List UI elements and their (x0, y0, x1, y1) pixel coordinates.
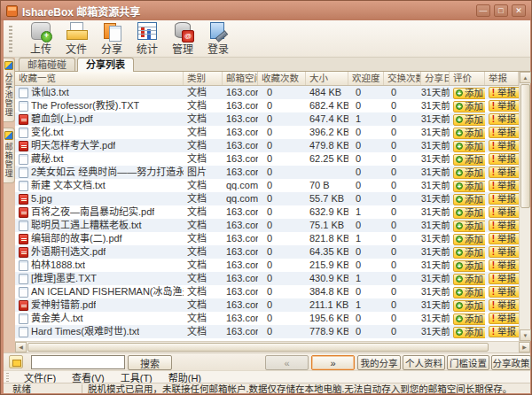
table-row[interactable]: 外语期刊选文.pdf文档163.com064.35 KB0031天前+添加!举报 (15, 245, 519, 259)
report-button[interactable]: !举报 (489, 127, 519, 138)
report-button[interactable]: !举报 (489, 153, 519, 165)
table-row[interactable]: 聪明员工遇上糟糕老板.txt文档163.com075.1 KB0031天前+添加… (15, 219, 519, 232)
next-page-button[interactable]: » (311, 355, 355, 370)
report-button[interactable]: !举报 (489, 180, 519, 191)
file-name-cell[interactable]: AN ICELAND FISHERMAN(冰岛渔夫).txt (15, 285, 184, 298)
table-row[interactable]: 藏秘.txt文档163.com062.25 KB0031天前+添加!举报 (15, 152, 519, 166)
table-row[interactable]: The Professor(教授).TXT文档163.com0682.4 KB0… (15, 99, 519, 112)
col-header-report[interactable]: 举报 (485, 72, 519, 85)
table-row[interactable]: 柏林1888.txt文档163.com0215.9 KB0031天前+添加!举报 (15, 259, 519, 272)
table-row[interactable]: 爱神射错箭.pdf文档163.com0211.1 KB1031天前+添加!举报 (15, 298, 519, 312)
col-header-name[interactable]: 收藏一览 (15, 72, 184, 85)
add-rating-button[interactable]: +添加 (453, 221, 485, 232)
col-header-category[interactable]: 类别 (184, 72, 223, 85)
file-name-cell[interactable]: 明天怎样考大学.pdf (15, 139, 184, 152)
search-input[interactable] (31, 355, 125, 369)
add-rating-button[interactable]: +添加 (453, 247, 485, 259)
file-name-cell[interactable]: Hard Times(艰难时世).txt (15, 325, 184, 338)
report-button[interactable]: !举报 (489, 286, 519, 298)
menu-grip[interactable] (6, 373, 9, 382)
table-row[interactable]: [推理]墨吏.TXT文档163.com0430.9 KB1031天前+添加!举报 (15, 272, 519, 285)
table-row[interactable]: 5.jpg文档qq.com055.7 KB0031天前+添加!举报 (15, 192, 519, 205)
stats-button[interactable]: 统计 (129, 21, 165, 57)
report-button[interactable]: !举报 (489, 113, 519, 125)
close-button[interactable]: ✕ (512, 4, 526, 17)
prev-page-button[interactable]: « (265, 355, 309, 370)
title-bar[interactable]: IshareBox 邮箱资源共享 — □ ✕ (1, 1, 532, 20)
add-rating-button[interactable]: +添加 (453, 194, 485, 205)
add-rating-button[interactable]: +添加 (453, 114, 485, 126)
add-rating-button[interactable]: +添加 (453, 128, 485, 139)
table-row[interactable]: 新建 文本文档.txt文档qq.com070 B0031天前+添加!举报 (15, 179, 519, 192)
table-row[interactable]: 编辑部的故事(二).pdf文档163.com0821.8 KB1031天前+添加… (15, 232, 519, 245)
table-row[interactable]: 黄金美人.txt文档163.com0195.6 KB0031天前+添加!举报 (15, 312, 519, 325)
horizontal-scroll-thumb[interactable] (27, 343, 489, 352)
add-rating-button[interactable]: +添加 (453, 167, 485, 179)
report-button[interactable]: !举报 (489, 87, 519, 98)
tab-mailbox-match[interactable]: 邮箱碰碰 (19, 58, 75, 71)
add-rating-button[interactable]: +添加 (453, 300, 485, 312)
col-header-rating[interactable]: 评价 (450, 72, 485, 85)
add-rating-button[interactable]: +添加 (453, 274, 485, 285)
col-header-share-day[interactable]: 分享日 (421, 72, 450, 85)
report-button[interactable]: !举报 (489, 313, 519, 324)
report-button[interactable]: !举报 (489, 220, 519, 231)
add-rating-button[interactable]: +添加 (453, 327, 485, 338)
col-header-size[interactable]: 大小 (306, 72, 348, 85)
scroll-right-icon[interactable]: ▶ (519, 342, 530, 352)
table-row[interactable]: AN ICELAND FISHERMAN(冰岛渔夫).txt文档163.com0… (15, 285, 519, 298)
file-name-cell[interactable]: 外语期刊选文.pdf (15, 245, 184, 259)
search-button[interactable]: 搜索 (128, 355, 172, 370)
scroll-up-icon[interactable]: ▲ (520, 72, 531, 83)
file-name-cell[interactable]: 聪明员工遇上糟糕老板.txt (15, 219, 184, 232)
col-header-space[interactable]: 邮箱空间 (223, 72, 258, 85)
table-row[interactable]: 百将之夜—南昌暴动纪实.pdf文档163.com0632.9 KB1031天前+… (15, 205, 519, 219)
file-name-cell[interactable]: 碧血剑(上).pdf (15, 112, 184, 126)
table-row[interactable]: 碧血剑(上).pdf文档163.com0647.4 KB1031天前+添加!举报 (15, 112, 519, 126)
report-button[interactable]: !举报 (489, 326, 519, 337)
add-rating-button[interactable]: +添加 (453, 141, 485, 152)
table-row[interactable]: 变化.txt文档163.com0396.2 KB0031天前+添加!举报 (15, 126, 519, 139)
col-header-exchanges[interactable]: 交换次数 (384, 72, 421, 85)
toolbar-grip[interactable] (9, 26, 12, 52)
tab-share-list[interactable]: 分享列表 (77, 58, 134, 72)
add-rating-button[interactable]: +添加 (453, 234, 485, 245)
vertical-scroll-thumb[interactable] (520, 84, 530, 208)
file-name-cell[interactable]: 新建 文本文档.txt (15, 179, 184, 192)
report-button[interactable]: !举报 (489, 193, 519, 205)
file-name-cell[interactable]: 爱神射错箭.pdf (15, 298, 184, 312)
file-name-cell[interactable]: [推理]墨吏.TXT (15, 272, 184, 285)
report-button[interactable]: !举报 (489, 206, 519, 218)
file-name-cell[interactable]: The Professor(教授).TXT (15, 99, 184, 112)
report-button[interactable]: !举报 (489, 299, 519, 311)
add-rating-button[interactable]: +添加 (453, 101, 485, 112)
report-button[interactable]: !举报 (489, 246, 519, 258)
share-policy-button[interactable]: 分享政策 (491, 355, 531, 370)
add-rating-button[interactable]: +添加 (453, 154, 485, 166)
add-rating-button[interactable]: +添加 (453, 207, 485, 219)
login-button[interactable]: 登录 (200, 21, 236, 57)
table-row[interactable]: 明天怎样考大学.pdf文档163.com0479.8 KB0031天前+添加!举… (15, 139, 519, 152)
file-name-cell[interactable]: 藏秘.txt (15, 152, 184, 166)
report-button[interactable]: !举报 (489, 273, 519, 284)
profile-button[interactable]: 个人资料 (403, 355, 445, 370)
add-rating-button[interactable]: +添加 (453, 314, 485, 325)
minimize-button[interactable]: — (476, 4, 490, 17)
add-rating-button[interactable]: +添加 (453, 287, 485, 298)
file-name-cell[interactable]: 百将之夜—南昌暴动纪实.pdf (15, 205, 184, 219)
scroll-down-icon[interactable]: ▼ (520, 329, 531, 341)
col-header-popularity[interactable]: 欢迎度 (348, 72, 384, 85)
horizontal-scrollbar[interactable]: ◀ ▶ (15, 341, 530, 352)
table-row[interactable]: 诛仙3.txt文档163.com0484 KB0031天前+添加!举报 (15, 86, 519, 99)
share-button[interactable]: 分享 (94, 21, 129, 57)
my-shares-button[interactable]: 我的分享 (357, 355, 401, 370)
add-rating-button[interactable]: +添加 (453, 260, 485, 272)
sidebar-tab-mailbox[interactable]: 邮箱管理 (4, 128, 15, 183)
file-name-cell[interactable]: 5.jpg (15, 192, 184, 205)
threshold-settings-button[interactable]: 门槛设置 (447, 355, 489, 370)
report-button[interactable]: !举报 (489, 259, 519, 271)
file-name-cell[interactable]: 2美女如云 经典时尚——努力打造永不落之 ... (15, 166, 184, 179)
col-header-collects[interactable]: 收藏次数 (258, 72, 306, 85)
quick-folder-icon[interactable] (9, 355, 23, 368)
report-button[interactable]: !举报 (489, 167, 519, 178)
